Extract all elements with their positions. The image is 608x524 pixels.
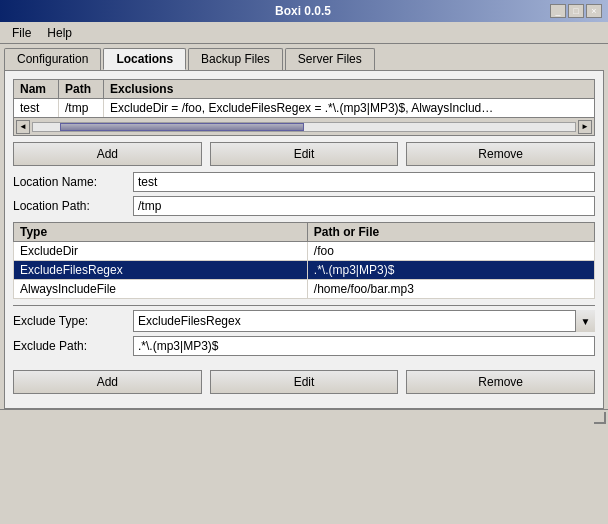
exclude-type-dropdown-container: ExcludeDir ExcludeFilesRegex AlwaysInclu… [133, 310, 595, 332]
location-name-input[interactable] [133, 172, 595, 192]
tab-configuration[interactable]: Configuration [4, 48, 101, 70]
scroll-thumb[interactable] [60, 123, 304, 131]
title-bar-buttons: _ □ × [550, 4, 602, 18]
excl-row-0[interactable]: ExcludeDir /foo [14, 242, 595, 261]
close-button[interactable]: × [586, 4, 602, 18]
maximize-button[interactable]: □ [568, 4, 584, 18]
bottom-add-button[interactable]: Add [13, 370, 202, 394]
bottom-remove-button[interactable]: Remove [406, 370, 595, 394]
table-row[interactable]: test /tmp ExcludeDir = /foo, ExcludeFile… [13, 99, 595, 118]
excl-col-path: Path or File [307, 223, 594, 242]
minimize-button[interactable]: _ [550, 4, 566, 18]
excl-row-2[interactable]: AlwaysIncludeFile /home/foo/bar.mp3 [14, 280, 595, 299]
exclude-type-select[interactable]: ExcludeDir ExcludeFilesRegex AlwaysInclu… [133, 310, 595, 332]
col-header-path: Path [59, 80, 104, 98]
scroll-left-arrow[interactable]: ◄ [16, 120, 30, 134]
excl-path-2: /home/foo/bar.mp3 [307, 280, 594, 299]
status-bar [0, 409, 608, 425]
tab-locations[interactable]: Locations [103, 48, 186, 70]
exclude-path-input[interactable] [133, 336, 595, 356]
locations-table-header: Nam Path Exclusions [13, 79, 595, 99]
excl-col-type: Type [14, 223, 308, 242]
horizontal-scrollbar[interactable]: ◄ ► [13, 118, 595, 136]
divider [13, 305, 595, 306]
excl-type-1: ExcludeFilesRegex [14, 261, 308, 280]
row-name: test [14, 99, 59, 117]
menu-bar: File Help [0, 22, 608, 44]
tab-server-files[interactable]: Server Files [285, 48, 375, 70]
title-bar: Boxi 0.0.5 _ □ × [0, 0, 608, 22]
excl-path-1: .*\.(mp3|MP3)$ [307, 261, 594, 280]
scroll-right-arrow[interactable]: ► [578, 120, 592, 134]
location-path-row: Location Path: [13, 196, 595, 216]
top-add-button[interactable]: Add [13, 142, 202, 166]
bottom-button-row: Add Edit Remove [13, 370, 595, 394]
scroll-track[interactable] [32, 122, 576, 132]
menu-file[interactable]: File [6, 24, 37, 42]
exclude-path-row: Exclude Path: [13, 336, 595, 356]
location-path-label: Location Path: [13, 199, 133, 213]
main-panel: Nam Path Exclusions test /tmp ExcludeDir… [4, 70, 604, 409]
tab-backup-files[interactable]: Backup Files [188, 48, 283, 70]
col-header-name: Nam [14, 80, 59, 98]
tabs: Configuration Locations Backup Files Ser… [0, 44, 608, 70]
location-name-row: Location Name: [13, 172, 595, 192]
excl-row-1[interactable]: ExcludeFilesRegex .*\.(mp3|MP3)$ [14, 261, 595, 280]
excl-type-0: ExcludeDir [14, 242, 308, 261]
exclude-type-row: Exclude Type: ExcludeDir ExcludeFilesReg… [13, 310, 595, 332]
col-header-exclusions: Exclusions [104, 80, 594, 98]
location-name-label: Location Name: [13, 175, 133, 189]
resize-handle[interactable] [594, 412, 606, 424]
window-title: Boxi 0.0.5 [56, 4, 550, 18]
exclude-type-label: Exclude Type: [13, 314, 133, 328]
menu-help[interactable]: Help [41, 24, 78, 42]
location-path-input[interactable] [133, 196, 595, 216]
top-edit-button[interactable]: Edit [210, 142, 399, 166]
row-path: /tmp [59, 99, 104, 117]
excl-type-2: AlwaysIncludeFile [14, 280, 308, 299]
bottom-edit-button[interactable]: Edit [210, 370, 399, 394]
top-button-row: Add Edit Remove [13, 142, 595, 166]
top-remove-button[interactable]: Remove [406, 142, 595, 166]
exclusions-table: Type Path or File ExcludeDir /foo Exclud… [13, 222, 595, 299]
exclude-path-label: Exclude Path: [13, 339, 133, 353]
excl-path-0: /foo [307, 242, 594, 261]
row-exclusions: ExcludeDir = /foo, ExcludeFilesRegex = .… [104, 99, 504, 117]
